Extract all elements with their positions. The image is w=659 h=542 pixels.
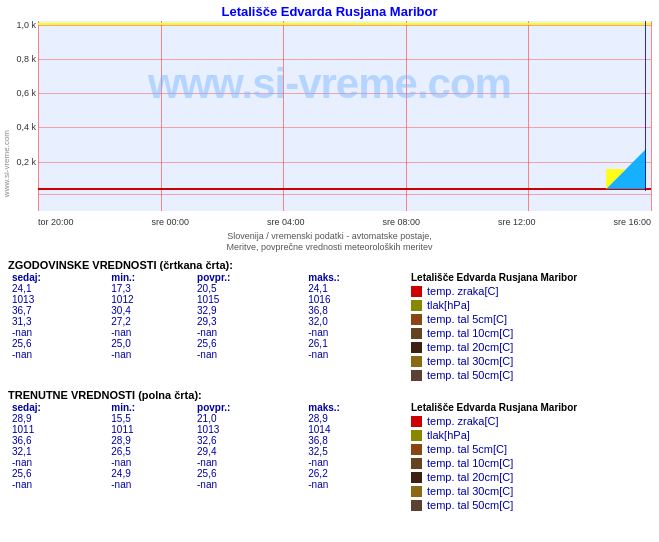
legend-label: temp. tal 5cm[C] bbox=[427, 442, 507, 456]
legend-label: temp. tal 50cm[C] bbox=[427, 498, 513, 512]
x-axis: tor 20:00 sre 00:00 sre 04:00 sre 08:00 … bbox=[38, 213, 651, 231]
y-label-1k: 1,0 k bbox=[16, 20, 36, 30]
table-row: 1013101210151016 bbox=[8, 294, 411, 305]
chart-info-2: Meritve, povprečne vrednosti meteorološk… bbox=[0, 242, 659, 254]
historic-legend: temp. zraka[C]tlak[hPa]temp. tal 5cm[C]t… bbox=[411, 284, 651, 382]
h-col-1: min.: bbox=[107, 272, 193, 283]
legend-label: temp. tal 30cm[C] bbox=[427, 354, 513, 368]
legend-label: temp. tal 50cm[C] bbox=[427, 368, 513, 382]
legend-label: tlak[hPa] bbox=[427, 298, 470, 312]
c-col-3: maks.: bbox=[304, 402, 411, 413]
table-row: 31,327,229,332,0 bbox=[8, 316, 411, 327]
legend-label: temp. zraka[C] bbox=[427, 414, 499, 428]
current-title: TRENUTNE VREDNOSTI (polna črta): bbox=[8, 389, 651, 401]
legend-color bbox=[411, 328, 422, 339]
legend-item: temp. tal 5cm[C] bbox=[411, 442, 651, 456]
vgrid bbox=[38, 21, 39, 211]
y-label-06k: 0,6 k bbox=[16, 88, 36, 98]
vgrid bbox=[406, 21, 407, 211]
table-row: 36,628,932,636,8 bbox=[8, 435, 411, 446]
historic-legend-title: Letališče Edvarda Rusjana Maribor bbox=[411, 272, 651, 283]
chart-info-1: Slovenija / vremenski podatki - avtomats… bbox=[0, 231, 659, 242]
y-label-04k: 0,4 k bbox=[16, 122, 36, 132]
historic-two-col: sedaj: min.: povpr.: maks.: 24,117,320,5… bbox=[8, 272, 651, 382]
legend-item: temp. tal 20cm[C] bbox=[411, 340, 651, 354]
c-col-1: min.: bbox=[107, 402, 193, 413]
legend-item: temp. zraka[C] bbox=[411, 284, 651, 298]
legend-label: tlak[hPa] bbox=[427, 428, 470, 442]
legend-color bbox=[411, 444, 422, 455]
chart-wrapper: 1,0 k 0,8 k 0,6 k 0,4 k 0,2 k bbox=[0, 21, 659, 231]
legend-color bbox=[411, 370, 422, 381]
y-label-02k: 0,2 k bbox=[16, 157, 36, 167]
table-row: 1011101110131014 bbox=[8, 424, 411, 435]
table-row: 24,117,320,524,1 bbox=[8, 283, 411, 294]
hgrid bbox=[38, 162, 651, 163]
legend-item: temp. tal 50cm[C] bbox=[411, 368, 651, 382]
table-row: 25,625,025,626,1 bbox=[8, 338, 411, 349]
side-label: www.si-vreme.com bbox=[2, 130, 11, 197]
legend-color bbox=[411, 286, 422, 297]
legend-item: temp. tal 50cm[C] bbox=[411, 498, 651, 512]
legend-color bbox=[411, 300, 422, 311]
x-label-4: sre 12:00 bbox=[498, 217, 536, 227]
c-col-0: sedaj: bbox=[8, 402, 107, 413]
legend-label: temp. tal 5cm[C] bbox=[427, 312, 507, 326]
hgrid bbox=[38, 93, 651, 94]
chart-marker bbox=[606, 149, 646, 189]
legend-color bbox=[411, 342, 422, 353]
legend-label: temp. tal 20cm[C] bbox=[427, 470, 513, 484]
h-col-3: maks.: bbox=[304, 272, 411, 283]
cursor-line bbox=[645, 21, 646, 191]
x-label-1: sre 00:00 bbox=[151, 217, 189, 227]
legend-label: temp. tal 20cm[C] bbox=[427, 340, 513, 354]
legend-label: temp. tal 10cm[C] bbox=[427, 456, 513, 470]
table-row: -nan-nan-nan-nan bbox=[8, 327, 411, 338]
temp-line bbox=[38, 188, 651, 190]
vgrid bbox=[283, 21, 284, 211]
legend-item: temp. tal 20cm[C] bbox=[411, 470, 651, 484]
legend-item: temp. tal 10cm[C] bbox=[411, 456, 651, 470]
x-label-2: sre 04:00 bbox=[267, 217, 305, 227]
legend-item: tlak[hPa] bbox=[411, 298, 651, 312]
current-legend-title: Letališče Edvarda Rusjana Maribor bbox=[411, 402, 651, 413]
x-label-3: sre 08:00 bbox=[382, 217, 420, 227]
historic-title: ZGODOVINSKE VREDNOSTI (črtkana črta): bbox=[8, 259, 651, 271]
table-row: 32,126,529,432,5 bbox=[8, 446, 411, 457]
legend-color bbox=[411, 416, 422, 427]
hgrid bbox=[38, 194, 651, 195]
historic-left: sedaj: min.: povpr.: maks.: 24,117,320,5… bbox=[8, 272, 411, 382]
legend-color bbox=[411, 314, 422, 325]
table-row: -nan-nan-nan-nan bbox=[8, 479, 411, 490]
current-right: Letališče Edvarda Rusjana Maribor temp. … bbox=[411, 402, 651, 512]
legend-color bbox=[411, 430, 422, 441]
current-left: sedaj: min.: povpr.: maks.: 28,915,521,0… bbox=[8, 402, 411, 512]
chart-inner bbox=[38, 21, 651, 211]
chart-container: Letališče Edvarda Rusjana Maribor 1,0 k … bbox=[0, 0, 659, 542]
legend-label: temp. zraka[C] bbox=[427, 284, 499, 298]
hgrid bbox=[38, 127, 651, 128]
table-row: 28,915,521,028,9 bbox=[8, 413, 411, 424]
h-col-2: povpr.: bbox=[193, 272, 304, 283]
table-row: -nan-nan-nan-nan bbox=[8, 349, 411, 360]
historic-section: ZGODOVINSKE VREDNOSTI (črtkana črta): se… bbox=[0, 254, 659, 384]
yellow-line bbox=[38, 23, 651, 25]
table-row: 36,730,432,936,8 bbox=[8, 305, 411, 316]
legend-item: temp. tal 30cm[C] bbox=[411, 354, 651, 368]
current-section: TRENUTNE VREDNOSTI (polna črta): sedaj: … bbox=[0, 384, 659, 514]
h-col-0: sedaj: bbox=[8, 272, 107, 283]
table-row: 25,624,925,626,2 bbox=[8, 468, 411, 479]
legend-color bbox=[411, 472, 422, 483]
legend-color bbox=[411, 356, 422, 367]
vgrid bbox=[161, 21, 162, 211]
vgrid bbox=[651, 21, 652, 211]
y-axis: 1,0 k 0,8 k 0,6 k 0,4 k 0,2 k bbox=[8, 21, 38, 211]
legend-item: tlak[hPa] bbox=[411, 428, 651, 442]
legend-color bbox=[411, 486, 422, 497]
legend-item: temp. zraka[C] bbox=[411, 414, 651, 428]
legend-label: temp. tal 10cm[C] bbox=[427, 326, 513, 340]
chart-title: Letališče Edvarda Rusjana Maribor bbox=[0, 0, 659, 21]
legend-label: temp. tal 30cm[C] bbox=[427, 484, 513, 498]
x-label-0: tor 20:00 bbox=[38, 217, 74, 227]
legend-item: temp. tal 10cm[C] bbox=[411, 326, 651, 340]
